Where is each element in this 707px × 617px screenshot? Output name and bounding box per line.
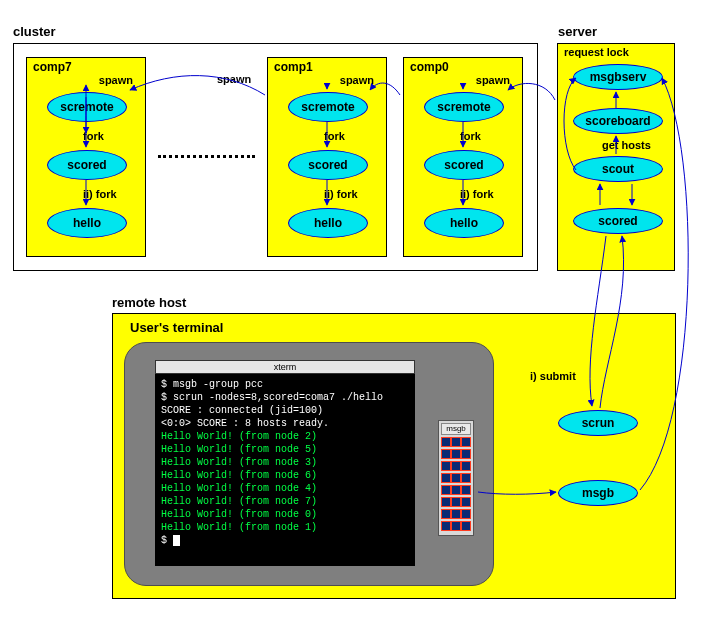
node-comp7: comp7 spawn scremote fork scored ii) for… bbox=[26, 57, 146, 257]
fork-label-comp7-2: ii) fork bbox=[83, 188, 117, 200]
scoreboard-widget: msgb bbox=[438, 420, 474, 536]
node-comp0-spawn-label: spawn bbox=[476, 74, 510, 86]
proc-hello-comp1: hello bbox=[288, 208, 368, 238]
scoreboard-row bbox=[441, 473, 471, 483]
node-comp7-title: comp7 bbox=[33, 60, 72, 74]
node-comp0-title: comp0 bbox=[410, 60, 449, 74]
proc-msgb: msgb bbox=[558, 480, 638, 506]
node-comp0: comp0 spawn scremote fork scored ii) for… bbox=[403, 57, 523, 257]
submit-label: i) submit bbox=[530, 370, 576, 382]
proc-scored-comp0: scored bbox=[424, 150, 504, 180]
scoreboard-widget-title: msgb bbox=[441, 423, 471, 435]
proc-server-scored: scored bbox=[573, 208, 663, 234]
scoreboard-row bbox=[441, 509, 471, 519]
proc-scored-comp7: scored bbox=[47, 150, 127, 180]
scoreboard-row bbox=[441, 485, 471, 495]
remote-host-label: remote host bbox=[112, 295, 186, 310]
server-box: request lock msgbserv scoreboard get hos… bbox=[557, 43, 675, 271]
proc-scout: scout bbox=[573, 156, 663, 182]
spawn-label-between: spawn bbox=[217, 73, 251, 85]
cluster-label: cluster bbox=[13, 24, 56, 39]
server-label: server bbox=[558, 24, 597, 39]
terminal-screen: $ msgb -group pcc $ scrun -nodes=8,score… bbox=[155, 374, 415, 566]
proc-msgbserv: msgbserv bbox=[573, 64, 663, 90]
node-comp1: comp1 spawn scremote fork scored ii) for… bbox=[267, 57, 387, 257]
fork-label-comp1-1: fork bbox=[324, 130, 345, 142]
proc-scored-comp1: scored bbox=[288, 150, 368, 180]
terminal-titlebar: xterm bbox=[155, 360, 415, 374]
node-comp1-title: comp1 bbox=[274, 60, 313, 74]
fork-label-comp7-1: fork bbox=[83, 130, 104, 142]
proc-hello-comp0: hello bbox=[424, 208, 504, 238]
get-hosts-label: get hosts bbox=[602, 139, 651, 151]
cluster-ellipsis bbox=[158, 155, 255, 158]
user-terminal-label: User's terminal bbox=[130, 320, 223, 335]
fork-label-comp0-1: fork bbox=[460, 130, 481, 142]
proc-scremote-comp1: scremote bbox=[288, 92, 368, 122]
scoreboard-row bbox=[441, 449, 471, 459]
proc-scoreboard: scoreboard bbox=[573, 108, 663, 134]
request-lock-label: request lock bbox=[564, 46, 629, 58]
proc-scremote-comp7: scremote bbox=[47, 92, 127, 122]
proc-scrun: scrun bbox=[558, 410, 638, 436]
node-comp7-spawn-label: spawn bbox=[99, 74, 133, 86]
node-comp1-spawn-label: spawn bbox=[340, 74, 374, 86]
scoreboard-row bbox=[441, 521, 471, 531]
scoreboard-row bbox=[441, 437, 471, 447]
scoreboard-row bbox=[441, 461, 471, 471]
proc-scremote-comp0: scremote bbox=[424, 92, 504, 122]
fork-label-comp0-2: ii) fork bbox=[460, 188, 494, 200]
proc-hello-comp7: hello bbox=[47, 208, 127, 238]
fork-label-comp1-2: ii) fork bbox=[324, 188, 358, 200]
scoreboard-row bbox=[441, 497, 471, 507]
